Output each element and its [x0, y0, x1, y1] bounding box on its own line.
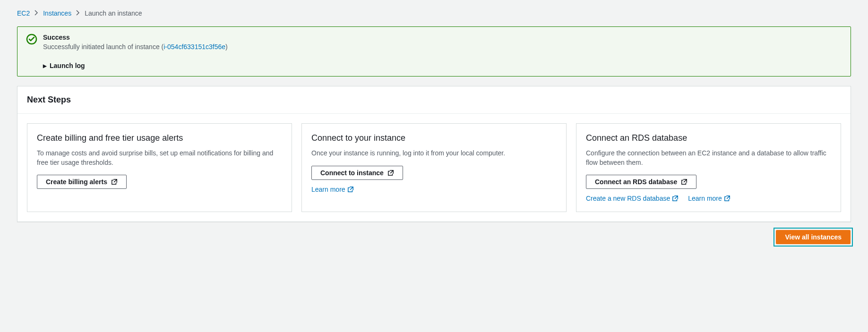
- footer-actions: View all instances: [17, 230, 851, 245]
- breadcrumb-current: Launch an instance: [85, 9, 142, 17]
- next-steps-panel: Next Steps Create billing and free tier …: [17, 86, 851, 222]
- focus-ring: View all instances: [775, 230, 851, 245]
- button-label: Create billing alerts: [46, 178, 107, 186]
- card-desc: Once your instance is running, log into …: [311, 149, 557, 158]
- create-rds-database-link[interactable]: Create a new RDS database: [586, 195, 679, 202]
- external-link-icon: [724, 195, 730, 202]
- external-link-icon: [111, 179, 118, 185]
- link-label: Create a new RDS database: [586, 195, 670, 202]
- link-label: Learn more: [688, 195, 722, 202]
- card-billing-alerts: Create billing and free tier usage alert…: [27, 123, 292, 212]
- breadcrumb-ec2[interactable]: EC2: [17, 9, 30, 17]
- card-rds-database: Connect an RDS database Configure the co…: [576, 123, 841, 212]
- card-title: Connect to your instance: [311, 133, 557, 143]
- breadcrumb-instances[interactable]: Instances: [43, 9, 71, 17]
- instance-id-link[interactable]: i-054cf633151c3f56e: [163, 43, 225, 51]
- card-title: Connect an RDS database: [586, 133, 831, 143]
- launch-log-toggle[interactable]: ▶ Launch log: [43, 62, 842, 69]
- panel-header: Next Steps: [17, 86, 851, 114]
- chevron-right-icon: [34, 9, 38, 17]
- view-all-instances-button[interactable]: View all instances: [776, 230, 851, 244]
- success-check-icon: [26, 34, 37, 45]
- launch-log-label: Launch log: [50, 62, 85, 69]
- alert-title: Success: [43, 34, 842, 41]
- create-billing-alerts-button[interactable]: Create billing alerts: [37, 175, 127, 189]
- breadcrumb: EC2 Instances Launch an instance: [17, 9, 851, 17]
- external-link-icon: [672, 195, 679, 202]
- learn-more-link[interactable]: Learn more: [311, 186, 354, 193]
- external-link-icon: [347, 186, 354, 193]
- card-title: Create billing and free tier usage alert…: [37, 133, 282, 143]
- card-connect-instance: Connect to your instance Once your insta…: [301, 123, 567, 212]
- chevron-right-icon: [76, 9, 80, 17]
- learn-more-link[interactable]: Learn more: [688, 195, 730, 202]
- external-link-icon: [387, 170, 394, 176]
- card-desc: Configure the connection between an EC2 …: [586, 149, 831, 167]
- card-desc: To manage costs and avoid surprise bills…: [37, 149, 282, 167]
- alert-message: Successfully initiated launch of instanc…: [43, 43, 842, 51]
- button-label: Connect to instance: [320, 169, 384, 177]
- connect-to-instance-button[interactable]: Connect to instance: [311, 166, 403, 180]
- caret-right-icon: ▶: [43, 63, 47, 68]
- panel-title: Next Steps: [27, 95, 841, 105]
- link-label: Learn more: [311, 186, 345, 193]
- external-link-icon: [681, 179, 688, 185]
- success-alert: Success Successfully initiated launch of…: [17, 26, 851, 77]
- connect-rds-database-button[interactable]: Connect an RDS database: [586, 175, 696, 189]
- button-label: Connect an RDS database: [595, 178, 677, 186]
